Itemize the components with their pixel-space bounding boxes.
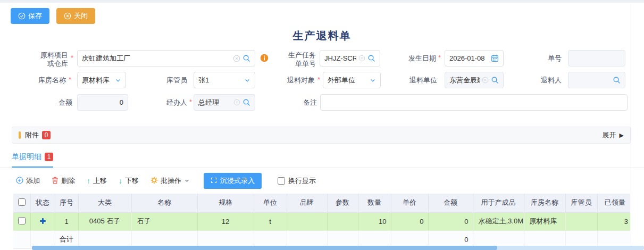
batch-operation-button[interactable]: 批操作	[150, 176, 190, 186]
row-category-cell[interactable]: 0405 石子	[78, 212, 131, 230]
form-header-fields: 原料项目 或仓库 * 庆虹建筑加工厂 生产任务 单单号 JHJZ-SCRV 发生…	[0, 49, 644, 118]
required-mark: *	[189, 98, 192, 106]
warehouse-label: 库房名称	[33, 76, 66, 85]
search-icon[interactable]	[491, 76, 499, 84]
return-target-select[interactable]: 外部单位	[323, 72, 381, 88]
required-mark: *	[69, 76, 71, 84]
col-name: 名称	[131, 194, 197, 212]
raw-project-label: 原料项目 或仓库	[27, 51, 68, 69]
raw-project-input[interactable]: 庆虹建筑加工厂	[77, 50, 255, 66]
warehouse-select[interactable]: 原材料库	[77, 72, 126, 88]
table-row[interactable]: 1 0405 石子 石子 12 t 10 0 0 水稳定土,3.0M 原材料库 …	[13, 212, 630, 230]
row-qty-cell[interactable]: 10	[358, 212, 391, 230]
row-checkbox[interactable]	[18, 217, 26, 224]
plus-icon[interactable]	[40, 218, 46, 224]
arrow-up-icon: ↑	[87, 177, 90, 185]
task-order-input[interactable]: JHJZ-SCRV	[320, 50, 380, 66]
row-warehouse-cell[interactable]: 原材料库	[524, 212, 565, 230]
remark-input[interactable]	[320, 94, 628, 111]
attachment-bar[interactable]: 附件 0 展开 ▶	[12, 127, 631, 144]
select-all-checkbox[interactable]	[18, 198, 26, 206]
col-param: 参数	[327, 194, 358, 212]
close-button[interactable]: 关闭	[56, 8, 95, 24]
amount-input: 0	[77, 94, 128, 111]
col-warehouse: 库房名称	[524, 194, 565, 212]
task-order-label: 生产任务 单单号	[278, 51, 316, 69]
detail-tab-row: 单据明细 1	[0, 152, 644, 168]
x-circle-icon	[64, 12, 71, 20]
row-seq-cell: 1	[55, 212, 78, 230]
search-icon[interactable]	[242, 98, 250, 106]
col-price: 单价	[391, 194, 428, 212]
tab-detail-label: 单据明细	[12, 152, 41, 162]
add-row-button[interactable]: 添加	[16, 176, 40, 186]
calendar-icon[interactable]	[491, 54, 499, 62]
occur-date-label: 发生日期	[403, 54, 436, 63]
clear-icon[interactable]	[358, 55, 365, 62]
clear-icon[interactable]	[482, 77, 489, 84]
fullscreen-icon	[211, 177, 217, 185]
row-spec-cell[interactable]: 12	[197, 212, 254, 230]
move-up-button[interactable]: ↑ 上移	[87, 176, 107, 186]
col-category: 大类	[78, 194, 131, 212]
required-mark: *	[71, 54, 73, 62]
col-status: 状态	[30, 194, 55, 212]
arrow-down-icon: ↓	[119, 177, 122, 185]
return-target-label: 退料对象	[282, 76, 315, 85]
grid-toolbar: 添加 删除 ↑ 上移 ↓ 下移 批操作 沉浸式录入 换行显示	[0, 168, 644, 194]
gear-icon	[150, 177, 158, 186]
detail-table: 状态 序号 大类 名称 规格 单位 品牌 参数 数量 单价 金额 用于产成品 库…	[13, 194, 630, 249]
row-unit-cell[interactable]: t	[254, 212, 287, 230]
clear-icon[interactable]	[233, 99, 240, 106]
search-icon[interactable]	[242, 54, 250, 62]
wrap-display-option[interactable]: 换行显示	[278, 176, 316, 186]
scrollbar-thumb[interactable]	[32, 246, 497, 250]
plus-circle-icon	[16, 177, 23, 186]
amount-label: 金额	[39, 98, 72, 107]
immersive-entry-button[interactable]: 沉浸式录入	[204, 173, 262, 189]
doc-no-input	[568, 50, 625, 66]
close-label: 关闭	[74, 11, 88, 21]
chevron-down-icon	[244, 77, 250, 84]
handler-input[interactable]: 总经理	[194, 94, 255, 111]
search-icon[interactable]	[367, 54, 375, 62]
save-label: 保存	[28, 11, 42, 21]
chevron-down-icon	[184, 177, 190, 185]
search-icon[interactable]	[613, 76, 621, 84]
row-received-cell: 3	[597, 212, 630, 230]
tab-detail[interactable]: 单据明细 1	[12, 152, 53, 168]
col-keeper: 库管员	[565, 194, 597, 212]
col-brand: 品牌	[287, 194, 327, 212]
expand-toggle[interactable]: 展开 ▶	[603, 130, 624, 140]
expand-arrow-icon: ▶	[620, 132, 624, 139]
returner-input[interactable]	[568, 72, 625, 88]
keeper-select[interactable]: 张1	[194, 72, 255, 88]
vertical-scroll-track-divider	[631, 4, 631, 245]
save-button[interactable]: 保存	[11, 8, 49, 24]
col-seq: 序号	[55, 194, 78, 212]
row-keeper-cell[interactable]	[565, 212, 597, 230]
col-product: 用于产成品	[473, 194, 524, 212]
info-icon[interactable]	[260, 54, 269, 64]
return-unit-input[interactable]: 东营金辰建	[445, 72, 504, 88]
col-unit: 单位	[254, 194, 287, 212]
clear-icon[interactable]	[233, 55, 240, 62]
row-brand-cell[interactable]	[287, 212, 327, 230]
delete-row-button[interactable]: 删除	[52, 176, 75, 186]
move-down-button[interactable]: ↓ 下移	[119, 176, 139, 186]
handler-label: 经办人	[160, 98, 187, 107]
row-price-cell[interactable]: 0	[391, 212, 428, 230]
row-param-cell[interactable]	[327, 212, 358, 230]
remark-label: 备注	[296, 98, 317, 107]
section-marker	[19, 131, 21, 139]
doc-no-label: 单号	[530, 54, 562, 63]
horizontal-scrollbar[interactable]	[32, 246, 644, 250]
occur-date-input[interactable]: 2026-01-08	[445, 50, 504, 66]
row-product-cell[interactable]: 水稳定土,3.0M	[473, 212, 524, 230]
detail-count-badge: 1	[45, 153, 53, 161]
wrap-display-checkbox[interactable]	[278, 177, 285, 185]
required-mark: *	[317, 76, 320, 84]
detail-table-wrapper: 状态 序号 大类 名称 规格 单位 品牌 参数 数量 单价 金额 用于产成品 库…	[13, 194, 630, 249]
row-status-cell[interactable]	[30, 212, 55, 230]
row-name-cell[interactable]: 石子	[131, 212, 197, 230]
